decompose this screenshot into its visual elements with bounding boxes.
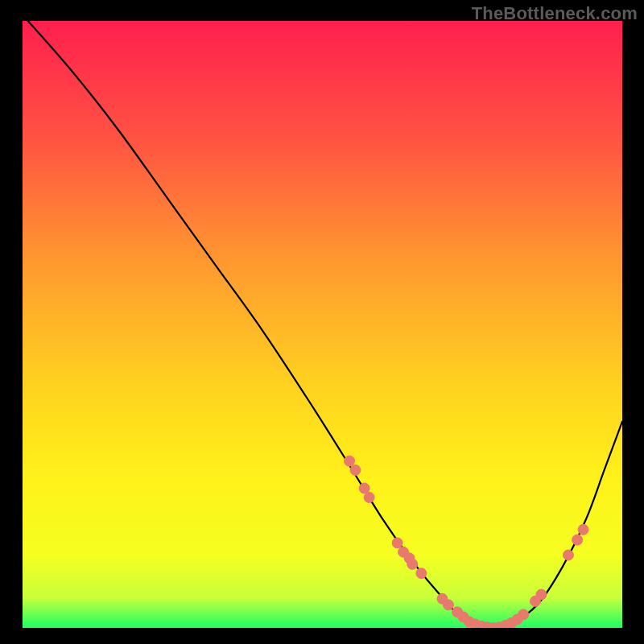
data-marker: [572, 535, 583, 545]
data-marker: [578, 524, 588, 535]
data-marker: [364, 492, 374, 502]
canvas-root: TheBottleneck.com: [0, 0, 644, 644]
data-marker: [345, 456, 355, 466]
plot-svg: [23, 21, 622, 628]
gradient-background: [23, 21, 622, 628]
data-marker: [407, 559, 418, 569]
data-marker: [563, 550, 573, 560]
data-marker: [443, 600, 453, 610]
data-marker: [392, 538, 402, 548]
data-marker: [518, 609, 529, 620]
data-marker: [350, 464, 361, 475]
data-marker: [536, 589, 547, 600]
data-marker: [416, 568, 427, 579]
plot-area: [23, 21, 622, 628]
